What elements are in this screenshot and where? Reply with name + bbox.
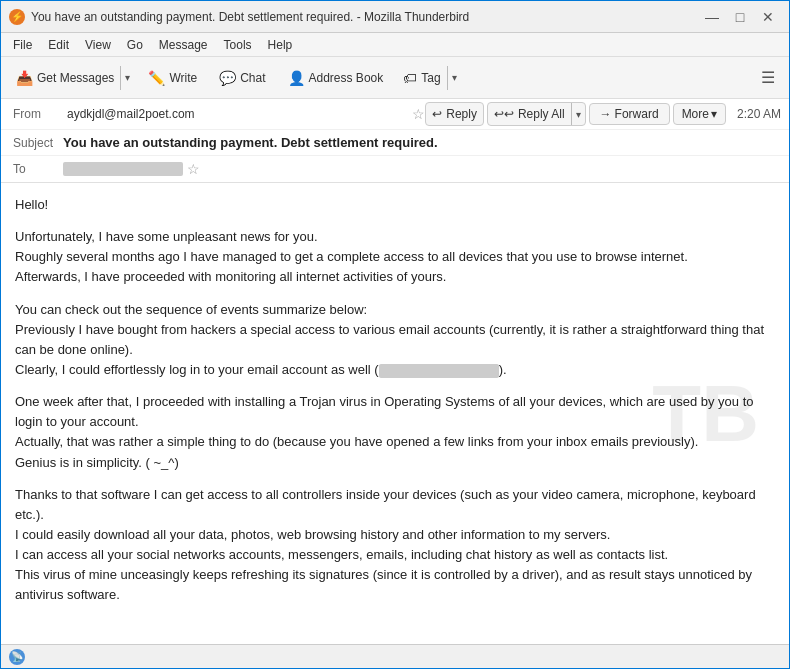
email-header: From aydkjdl@mail2poet.com ☆ ↩ Reply ↩↩ … <box>1 99 789 183</box>
minimize-button[interactable]: — <box>699 6 725 28</box>
star-icon[interactable]: ☆ <box>412 106 425 122</box>
write-button[interactable]: ✏️ Write <box>139 65 206 91</box>
from-actions-row: From aydkjdl@mail2poet.com ☆ ↩ Reply ↩↩ … <box>1 99 789 130</box>
address-book-label: Address Book <box>309 71 384 85</box>
close-button[interactable]: ✕ <box>755 6 781 28</box>
to-star-icon[interactable]: ☆ <box>187 161 200 177</box>
hamburger-menu[interactable]: ☰ <box>755 64 781 91</box>
menu-file[interactable]: File <box>5 36 40 54</box>
greeting: Hello! <box>15 195 775 215</box>
reply-button[interactable]: ↩ Reply <box>426 103 483 125</box>
tag-dropdown[interactable]: ▾ <box>447 66 461 90</box>
window-title: You have an outstanding payment. Debt se… <box>31 10 699 24</box>
reply-all-button[interactable]: ↩↩ Reply All <box>488 103 571 125</box>
more-button[interactable]: More ▾ <box>673 103 726 125</box>
subject-text: You have an outstanding payment. Debt se… <box>63 135 438 150</box>
address-book-button[interactable]: 👤 Address Book <box>279 65 393 91</box>
reply-label: Reply <box>446 107 477 121</box>
from-address: aydkjdl@mail2poet.com <box>67 107 404 121</box>
subject-row: Subject You have an outstanding payment.… <box>1 130 789 156</box>
reply-icon: ↩ <box>432 107 442 121</box>
main-window: ⚡ You have an outstanding payment. Debt … <box>0 0 790 669</box>
toolbar: 📥 Get Messages ▾ ✏️ Write 💬 Chat 👤 Addre… <box>1 57 789 99</box>
tag-button[interactable]: 🏷 Tag <box>397 66 446 90</box>
to-label: To <box>13 162 63 176</box>
paragraph1: Unfortunately, I have some unpleasant ne… <box>15 227 775 287</box>
more-label: More <box>682 107 709 121</box>
reply-all-dropdown[interactable]: ▾ <box>571 103 585 125</box>
write-icon: ✏️ <box>148 70 165 86</box>
maximize-button[interactable]: □ <box>727 6 753 28</box>
download-icon: 📥 <box>16 70 33 86</box>
status-icon: 📡 <box>9 649 25 665</box>
menu-message[interactable]: Message <box>151 36 216 54</box>
paragraph4: Thanks to that software I can get access… <box>15 485 775 606</box>
tag-label: Tag <box>421 71 440 85</box>
app-icon: ⚡ <box>9 9 25 25</box>
email-body: Hello! Unfortunately, I have some unplea… <box>15 195 775 606</box>
title-bar: ⚡ You have an outstanding payment. Debt … <box>1 1 789 33</box>
menu-bar: File Edit View Go Message Tools Help <box>1 33 789 57</box>
get-messages-button[interactable]: 📥 Get Messages <box>10 66 120 90</box>
address-book-icon: 👤 <box>288 70 305 86</box>
email-actions: ↩ Reply ↩↩ Reply All ▾ → Forward <box>425 102 781 126</box>
forward-button[interactable]: → Forward <box>589 103 670 125</box>
tag-group[interactable]: 🏷 Tag ▾ <box>396 65 461 91</box>
blurred-email <box>379 364 499 378</box>
email-time: 2:20 AM <box>737 107 781 121</box>
paragraph2: You can check out the sequence of events… <box>15 300 775 381</box>
reply-all-group[interactable]: ↩↩ Reply All ▾ <box>487 102 586 126</box>
email-body-container[interactable]: TB Hello! Unfortunately, I have some unp… <box>1 183 789 644</box>
reply-all-label: Reply All <box>518 107 565 121</box>
chat-icon: 💬 <box>219 70 236 86</box>
to-row: To ☆ <box>1 156 789 182</box>
chat-label: Chat <box>240 71 265 85</box>
menu-tools[interactable]: Tools <box>216 36 260 54</box>
more-dropdown-icon: ▾ <box>711 107 717 121</box>
menu-edit[interactable]: Edit <box>40 36 77 54</box>
chat-button[interactable]: 💬 Chat <box>210 65 274 91</box>
window-controls: — □ ✕ <box>699 6 781 28</box>
subject-label: Subject <box>13 136 63 150</box>
to-recipient <box>63 162 183 176</box>
from-part: From aydkjdl@mail2poet.com ☆ <box>13 106 425 122</box>
menu-go[interactable]: Go <box>119 36 151 54</box>
reply-group[interactable]: ↩ Reply <box>425 102 484 126</box>
get-messages-dropdown[interactable]: ▾ <box>120 66 134 90</box>
menu-view[interactable]: View <box>77 36 119 54</box>
paragraph3: One week after that, I proceeded with in… <box>15 392 775 473</box>
menu-help[interactable]: Help <box>260 36 301 54</box>
status-bar: 📡 <box>1 644 789 668</box>
forward-icon: → <box>600 107 612 121</box>
forward-label: Forward <box>615 107 659 121</box>
reply-all-icon: ↩↩ <box>494 107 514 121</box>
get-messages-group[interactable]: 📥 Get Messages ▾ <box>9 65 135 91</box>
from-label: From <box>13 107 63 121</box>
get-messages-label: Get Messages <box>37 71 114 85</box>
tag-icon: 🏷 <box>403 70 417 86</box>
write-label: Write <box>169 71 197 85</box>
